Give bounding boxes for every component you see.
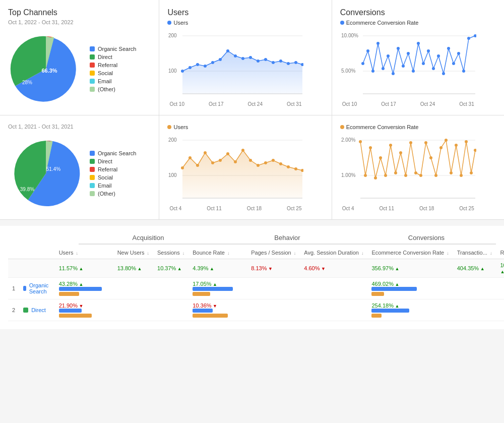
conversions-2022-dot [340,21,344,25]
row2-avg-session [300,299,367,321]
totals-pages-session: 8.13% [247,259,300,278]
organic-search-link[interactable]: Organic Search [29,282,51,294]
legend-organic-2021: Organic Search [90,150,136,156]
x-oct24: Oct 24 [247,101,262,107]
row2-rank: 2 [8,299,19,321]
x-oct4: Oct 4 [169,206,181,211]
legend-label-email: Email [98,78,112,84]
svg-text:200: 200 [168,33,177,38]
svg-point-82 [369,146,372,149]
row2-conv-bar [371,309,422,318]
conversions-2022-legend-label: Ecommerce Conversion Rate [346,20,419,26]
pie-legend-2021: Organic Search Direct Referral Social [90,150,136,197]
th-transactions[interactable]: Transactio... ↓ [453,247,496,259]
totals-transactions: 404.35% [453,259,496,278]
users-2022-x-labels: Oct 10 Oct 17 Oct 24 Oct 31 [167,101,303,107]
svg-point-97 [445,139,448,142]
chart-row-2022: Top Channels Oct 1, 2022 - Oct 31, 2022 [0,0,504,115]
conversions-2022-panel: Conversions Ecommerce Conversion Rate 10… [332,0,504,115]
bar2-orange-bounce [193,314,228,318]
th-new-users[interactable]: New Users ↓ [113,247,153,259]
svg-point-89 [404,174,407,177]
bar-orange [59,292,79,296]
svg-text:100: 100 [168,68,177,74]
table-row: 2 Direct 21.90% [8,299,504,321]
th-sessions[interactable]: Sessions ↓ [153,247,188,259]
bar2-blue [59,309,82,313]
svg-text:10.00%: 10.00% [341,33,358,38]
svg-point-58 [181,166,184,169]
svg-point-84 [379,156,382,159]
svg-text:100: 100 [168,172,177,178]
svg-point-12 [226,49,229,52]
svg-point-41 [427,49,430,52]
row1-ecommerce: 469.02% [367,278,453,299]
row1-pages-session [247,278,300,299]
x-oct17: Oct 17 [209,101,223,107]
svg-point-35 [397,47,400,50]
svg-point-100 [460,174,463,177]
row1-avg-session [300,278,367,299]
behavior-group-label: Behavior [218,234,357,245]
legend-direct: Direct [90,54,136,60]
x-oct11-conv: Oct 11 [380,206,394,211]
legend-dot-direct-2021 [90,159,95,164]
bar-blue [59,287,102,291]
row2-ecommerce: 254.18% [367,299,453,321]
legend-label-organic-2021: Organic Search [98,150,136,156]
svg-point-49 [467,37,470,40]
legend-label-email-2021: Email [98,183,112,189]
svg-point-16 [257,59,260,63]
svg-point-86 [389,144,392,147]
legend-dot-referral [90,63,95,68]
svg-point-73 [294,167,297,170]
svg-text:66.3%: 66.3% [41,68,57,74]
row1-users: 43.28% [55,278,113,299]
row1-channel: Organic Search [19,278,55,299]
svg-point-14 [241,57,244,60]
svg-point-98 [450,171,453,174]
sort-ecommerce-icon: ↓ [447,251,449,256]
direct-color [23,308,28,313]
svg-point-17 [264,58,267,61]
svg-point-10 [211,61,214,64]
svg-point-71 [279,162,282,165]
totals-avg-session: 4.60% [300,259,367,278]
row2-pages-session [247,299,300,321]
conversions-2022-x-labels: Oct 10 Oct 17 Oct 24 Oct 31 [340,101,476,107]
th-bounce-rate[interactable]: Bounce Rate ↓ [188,247,247,259]
users-2021-panel: Users 200 100 [159,115,332,219]
th-revenue[interactable]: Revenue ↓ [496,247,504,259]
svg-point-63 [219,159,222,162]
th-avg-session[interactable]: Avg. Session Duration ↓ [300,247,367,259]
svg-point-40 [422,62,425,65]
svg-point-28 [361,62,364,65]
row1-conv-bar [371,287,422,296]
top-channels-2021-panel: Oct 1, 2021 - Oct 31, 2021 [0,115,159,219]
legend-email-2021: Email [90,183,136,189]
svg-point-30 [371,70,374,73]
users-2022-panel: Users Users 200 100 [159,0,332,115]
svg-point-72 [287,165,290,168]
svg-text:5.00%: 5.00% [341,68,355,74]
th-ecommerce[interactable]: Ecommerce Conversion Rate ↓ [367,247,453,259]
row2-bounce-rate: 10.36% [188,299,247,321]
totals-rank [8,259,19,278]
x-oct31-conv: Oct 31 [459,101,474,107]
legend-label-other-2021: (Other) [98,191,115,197]
conversions-2022-chart: 10.00% 5.00% [340,28,496,107]
conversions-2021-legend-row: Ecommerce Conversion Rate [340,124,496,131]
svg-text:51.4%: 51.4% [46,166,60,172]
direct-link[interactable]: Direct [31,307,46,313]
x-oct25-conv: Oct 25 [459,206,474,211]
svg-point-61 [204,151,207,154]
th-users[interactable]: Users ↓ [55,247,113,259]
legend-dot-other-2021 [90,191,95,196]
conversions-2021-dot [340,125,344,129]
totals-ecommerce: 356.97% [367,259,453,278]
legend-dot-organic-2021 [90,151,95,156]
row1-sessions [153,278,188,299]
svg-point-21 [294,61,297,64]
th-pages-session[interactable]: Pages / Session ↓ [247,247,300,259]
x-oct11: Oct 11 [207,206,221,211]
